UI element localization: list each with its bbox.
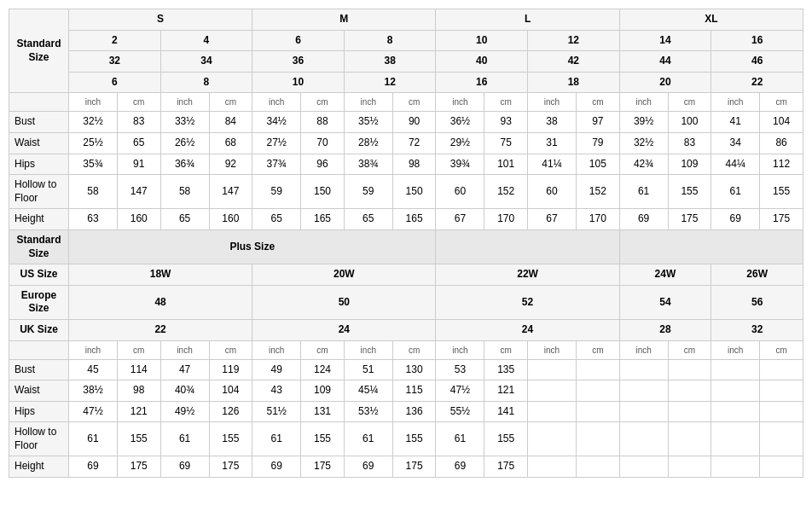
standard-size-label: StandardSize xyxy=(9,9,69,93)
uk-size-row-2: UK Size 22 24 24 28 32 xyxy=(9,319,803,340)
s2-hollow-inch-1: 61 xyxy=(69,422,118,456)
s2-hollow-inch-4: 61 xyxy=(344,422,392,456)
waist-label-1: Waist xyxy=(9,132,69,154)
inch-label-4: inch xyxy=(344,93,392,112)
s2-height-cm-3: 175 xyxy=(301,456,345,478)
s2-hollow-empty-3 xyxy=(619,422,668,456)
plus-size-header-2 xyxy=(436,229,619,264)
uk-32: 32 xyxy=(711,319,803,340)
hips-42-cm: 105 xyxy=(576,154,619,175)
hollow-46-cm: 155 xyxy=(760,175,803,209)
bust-34-inch: 33½ xyxy=(160,112,209,133)
s2-hollow-inch-5: 61 xyxy=(436,422,484,456)
bust-46-inch: 41 xyxy=(711,112,760,133)
cm-label-5: cm xyxy=(484,93,528,112)
s2-inch-7: inch xyxy=(619,340,668,359)
uk-8: 8 xyxy=(160,72,252,93)
s2-bust-empty-1 xyxy=(528,359,577,380)
height-42-cm: 170 xyxy=(576,209,619,230)
bust-34-cm: 84 xyxy=(209,112,252,133)
uk-6: 6 xyxy=(69,72,161,93)
s2-bust-empty-3 xyxy=(619,359,668,380)
eu-size-row-2: Europe Size 48 50 52 54 56 xyxy=(9,285,803,319)
s2-bust-inch-3: 49 xyxy=(252,359,301,380)
s2-height-inch-1: 69 xyxy=(69,456,118,478)
eu-40: 40 xyxy=(436,51,528,73)
us-22w: 22W xyxy=(436,264,619,286)
s2-hips-cm-3: 131 xyxy=(301,401,345,422)
hollow-38-cm: 150 xyxy=(392,175,436,209)
s2-inch-5: inch xyxy=(436,340,484,359)
height-38-cm: 165 xyxy=(392,209,436,230)
s2-waist-inch-2: 40¾ xyxy=(160,380,209,402)
us-size-label: 2 xyxy=(69,30,161,51)
us-size-label-2: US Size xyxy=(9,264,69,286)
height-32-inch: 63 xyxy=(69,209,118,230)
bust-44-inch: 39½ xyxy=(619,112,668,133)
bust-42-inch: 38 xyxy=(528,112,577,133)
hips-label-1: Hips xyxy=(9,154,69,175)
s2-hollow-cm-1: 155 xyxy=(117,422,160,456)
s2-height-inch-5: 69 xyxy=(436,456,484,478)
hips-46-inch: 44¼ xyxy=(711,154,760,175)
inch-label-7: inch xyxy=(619,93,668,112)
hollow-label-1: Hollow to Floor xyxy=(9,175,69,209)
s2-waist-empty-2 xyxy=(576,380,619,402)
hips-36-cm: 96 xyxy=(301,154,345,175)
us-size-6: 6 xyxy=(252,30,345,51)
bust-36-inch: 34½ xyxy=(252,112,301,133)
uk-28: 28 xyxy=(619,319,711,340)
bust-32-cm: 83 xyxy=(117,112,160,133)
s2-waist-inch-5: 47½ xyxy=(436,380,484,402)
s2-cm-3: cm xyxy=(301,340,345,359)
height-label-2: Height xyxy=(9,456,69,478)
s2-waist-inch-3: 43 xyxy=(252,380,301,402)
s2-waist-empty-4 xyxy=(668,380,711,402)
height-42-inch: 67 xyxy=(528,209,577,230)
s2-hollow-cm-4: 155 xyxy=(392,422,436,456)
waist-row-2: Waist 38½ 98 40¾ 104 43 109 45¼ 115 47½ … xyxy=(9,380,803,402)
eu-48: 48 xyxy=(69,285,252,319)
s2-hips-empty-2 xyxy=(576,401,619,422)
hips-42-inch: 41¼ xyxy=(528,154,577,175)
s2-bust-cm-3: 124 xyxy=(301,359,345,380)
hips-38-inch: 38¾ xyxy=(344,154,392,175)
size-m-header: M xyxy=(252,9,436,31)
s2-height-empty-6 xyxy=(760,456,803,478)
s2-waist-cm-5: 121 xyxy=(484,380,528,402)
eu-56: 56 xyxy=(711,285,803,319)
size-xl-header: XL xyxy=(619,9,803,31)
bust-38-inch: 35½ xyxy=(344,112,392,133)
hollow-34-inch: 58 xyxy=(160,175,209,209)
bust-36-cm: 88 xyxy=(301,112,345,133)
s2-height-inch-2: 69 xyxy=(160,456,209,478)
s2-height-empty-1 xyxy=(528,456,577,478)
waist-38-cm: 72 xyxy=(392,132,436,154)
s2-height-cm-1: 175 xyxy=(117,456,160,478)
s2-hips-empty-4 xyxy=(668,401,711,422)
height-label-1: Height xyxy=(9,209,69,230)
s2-waist-cm-3: 109 xyxy=(301,380,345,402)
height-36-cm: 165 xyxy=(301,209,345,230)
s2-cm-1: cm xyxy=(117,340,160,359)
hips-46-cm: 112 xyxy=(760,154,803,175)
bust-32-inch: 32½ xyxy=(69,112,118,133)
waist-44-cm: 83 xyxy=(668,132,711,154)
bust-42-cm: 97 xyxy=(576,112,619,133)
bust-40-cm: 93 xyxy=(484,112,528,133)
s2-hips-cm-5: 141 xyxy=(484,401,528,422)
cm-label-1: cm xyxy=(117,93,160,112)
hollow-34-cm: 147 xyxy=(209,175,252,209)
s2-cm-5: cm xyxy=(484,340,528,359)
s2-waist-empty-5 xyxy=(711,380,760,402)
us-20w: 20W xyxy=(252,264,436,286)
uk-22: 22 xyxy=(69,319,252,340)
s2-height-empty-5 xyxy=(711,456,760,478)
uk-22: 22 xyxy=(711,72,803,93)
hips-row-2: Hips 47½ 121 49½ 126 51½ 131 53½ 136 55½… xyxy=(9,401,803,422)
s2-height-empty-3 xyxy=(619,456,668,478)
inch-label-2: inch xyxy=(160,93,209,112)
bust-row-2: Bust 45 114 47 119 49 124 51 130 53 135 xyxy=(9,359,803,380)
s2-inch-3: inch xyxy=(252,340,301,359)
bust-label-2: Bust xyxy=(9,359,69,380)
